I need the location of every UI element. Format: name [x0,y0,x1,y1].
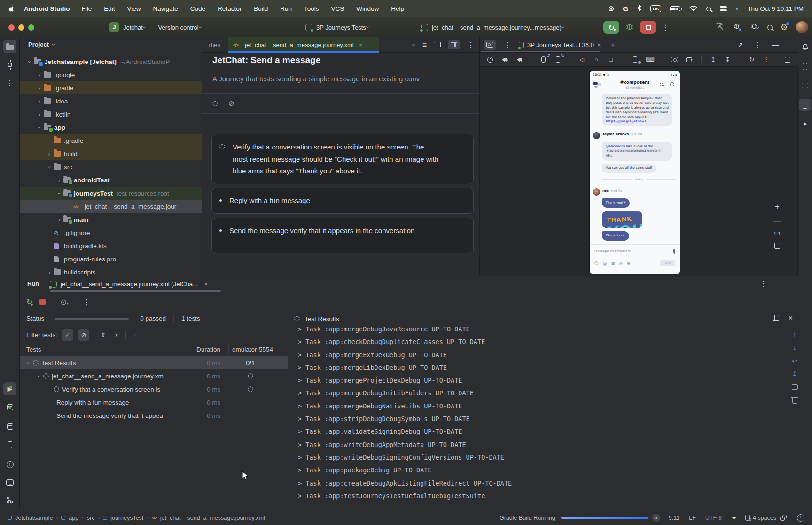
breadcrumb-item[interactable]: Jetchatsample [8,515,53,521]
journey-step-card[interactable]: Send the message verify that it appears … [211,218,474,253]
build-hammer-icon[interactable] [715,22,725,33]
fullscreen-icon[interactable] [784,57,791,63]
tab-scroll-indicator[interactable] [481,51,600,52]
editor-tab-dropdown-icon[interactable]: › [413,41,415,49]
terminal-icon[interactable]: ›_ [3,476,16,489]
zoom-in-icon[interactable]: + [775,203,779,211]
test-chevron-icon[interactable]: › [25,358,32,368]
fit-to-window-icon[interactable] [774,242,780,251]
clear-all-icon[interactable] [792,397,797,405]
journey-step-card[interactable]: Reply with a fun message [211,188,474,214]
control-center-icon[interactable] [720,6,727,12]
scroll-down-icon[interactable]: ↓ [793,344,796,352]
menu-navigate[interactable]: Navigate [153,5,178,12]
menu-app-name[interactable]: Android Studio [24,5,70,12]
chat-bubble[interactable]: @aliconors Take a look at the Flow.colle… [602,142,672,161]
tree-item-main[interactable]: ›main [20,213,202,226]
caret-position[interactable]: 9:11 [669,515,679,521]
tree-chevron-icon[interactable]: › [36,123,43,132]
back-icon[interactable]: ◁ [578,56,586,63]
screenshot-view-icon[interactable] [484,40,496,50]
tree-item-journeystest[interactable]: ›journeysTesttest resources root [20,187,202,200]
vcs-widget[interactable]: Version control [158,24,199,31]
tree-item-src[interactable]: ›src [20,160,202,173]
tree-chevron-icon[interactable]: › [46,163,53,171]
run-target-selector[interactable]: jet_chat__send_a_message.journey...messa… [432,24,562,31]
tree-chevron-icon[interactable]: › [35,71,44,78]
more-icon[interactable]: ⋮ [763,56,770,63]
scroll-up-icon[interactable]: ↑ [793,331,796,338]
rotate-left-icon[interactable]: ↺ [539,56,547,63]
thank-you-sticker[interactable]: THANKYOU [602,211,642,228]
google-icon[interactable]: G [623,5,628,13]
stop-tests-icon[interactable] [39,299,46,305]
tree-item-app[interactable]: ›app [20,121,202,134]
test-row[interactable]: ›Test Results0 ms0/1 [20,356,288,369]
avatar[interactable] [593,188,600,196]
close-tab-icon[interactable]: × [359,41,363,48]
more-input-icon[interactable]: ⊕ [627,261,630,266]
rotate-right-icon[interactable]: ↻ [554,56,562,63]
editor-tab-active[interactable]: </> jet_chat__send_a_message.journey.xml… [228,37,379,53]
build-tool-icon[interactable] [3,420,16,433]
chat-bubble[interactable]: Check it out! [602,231,629,241]
services-icon[interactable] [3,401,16,415]
close-run-tab-icon[interactable]: × [204,281,208,288]
stop-button[interactable] [640,21,656,34]
run-toolbar-more-icon[interactable]: ⋮ [83,298,91,306]
gallery-icon[interactable]: ▦ [611,261,615,266]
emoji-icon[interactable]: ☺ [594,261,599,266]
chat-search-icon[interactable] [660,83,663,86]
chat-bubble[interactable]: Thank you!♥ [602,198,630,208]
menu-edit[interactable]: Edit [104,5,115,12]
tree-chevron-icon[interactable]: › [26,57,33,66]
apple-menu-icon[interactable] [8,5,15,13]
commit-icon[interactable] [3,58,16,71]
tree-item-build[interactable]: ›build [20,147,202,160]
device-tab[interactable]: 3P Journeys Test...l 36.0 × + [519,40,615,50]
emulator-screen[interactable]: 10:11 ◎ ▾▴▮ #composers 42 members i look… [590,71,680,274]
search-everywhere-icon[interactable] [767,25,773,30]
bluetooth-icon[interactable] [637,5,641,13]
menubar-clock[interactable]: Thu Oct 9 10:11 PM [747,5,804,12]
tree-chevron-icon[interactable]: › [35,111,44,118]
editor-tab-preview-icon[interactable] [448,40,460,49]
chat-link[interactable]: https://goo.gle/jetnews [606,119,646,123]
gemini-icon[interactable]: ✦ [799,118,811,130]
tree-chevron-icon[interactable]: › [45,269,54,276]
send-button[interactable]: Send [660,260,675,266]
soft-wrap-icon[interactable]: ↩ [792,357,797,365]
project-panel-title[interactable]: Project [28,41,49,48]
menu-view[interactable]: View [127,5,141,12]
project-widget[interactable]: Jetchat [123,24,143,31]
unlocked-icon[interactable] [780,517,785,521]
volume-down-icon[interactable]: ) [515,57,523,62]
close-window-button[interactable] [8,24,15,31]
menu-window[interactable]: Window [356,5,379,12]
screenshot-icon[interactable] [671,57,679,62]
editor-tab-partial[interactable]: rties [202,37,224,53]
tree-item--google[interactable]: ›.google [20,68,202,81]
tree-item--gradle[interactable]: .gradle [20,134,202,147]
minimize-window-button[interactable] [18,24,24,31]
zoom-window-button[interactable] [28,24,34,31]
chat-bubble[interactable]: You can use all the same stuff [602,164,656,173]
filter-passed-icon[interactable]: ✓ [62,329,73,341]
rerun-tests-icon[interactable]: ↻▶ [26,298,32,306]
download-icon[interactable]: ↧ [724,56,732,63]
chat-info-icon[interactable]: i [670,82,674,86]
menu-refactor[interactable]: Refactor [218,5,242,12]
journey-step-card[interactable]: Verify that a conversation screen is vis… [211,134,474,184]
avatar[interactable] [593,132,600,139]
run-tool-icon[interactable]: ▶ [3,382,16,395]
tree-chevron-icon[interactable]: › [35,98,44,105]
debug-button[interactable] [625,22,634,33]
running-devices-icon[interactable] [799,99,811,111]
close-device-tab-icon[interactable]: × [597,41,601,48]
breadcrumb-item[interactable]: src [87,515,95,521]
previous-occurrence-icon[interactable]: ↑ [131,331,139,338]
collapse-all-icon[interactable]: × [112,331,121,338]
cancel-icon[interactable]: ⊘ [228,99,234,108]
console-layout-icon[interactable] [773,314,779,322]
tree-chevron-icon[interactable]: › [55,216,63,223]
